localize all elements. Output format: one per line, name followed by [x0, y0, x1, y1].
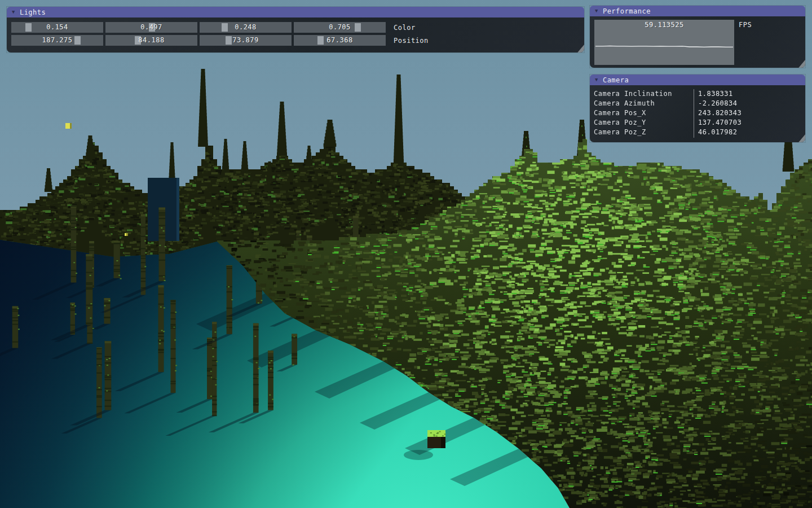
slider-light-position-2[interactable]: 73.879	[200, 35, 292, 46]
collapse-arrow-icon[interactable]: ▼	[595, 6, 598, 16]
slider-light-color-3[interactable]: 0.705	[294, 22, 386, 33]
camera-row-value: 243.820343	[698, 108, 742, 118]
slider-light-position-0[interactable]: 187.275	[11, 35, 103, 46]
camera-row-value: 46.017982	[698, 128, 738, 137]
collapse-arrow-icon[interactable]: ▼	[12, 7, 15, 17]
panel-title: Performance	[603, 7, 651, 15]
panel-title: Camera	[603, 76, 629, 84]
slider-light-color-0[interactable]: 0.154	[11, 22, 103, 33]
lights-panel: ▼ Lights 0.154 0.497 0.248 0.705 Color	[7, 7, 584, 52]
light-position-row: 187.275 84.188 73.879 67.368 Position	[11, 35, 580, 46]
color-row-label: Color	[394, 24, 416, 32]
column-divider	[694, 89, 694, 138]
slider-value: 0.705	[294, 22, 386, 33]
fps-plot: 59.113525	[594, 20, 734, 65]
panel-title: Lights	[20, 8, 46, 16]
camera-row-value: 137.470703	[698, 118, 742, 128]
camera-panel: ▼ Camera Camera Inclination 1.838331 Cam…	[590, 75, 805, 142]
camera-row-value: -2.260834	[698, 99, 738, 108]
camera-row-label: Camera Poz_Z	[594, 128, 646, 137]
slider-value: 67.368	[294, 35, 386, 46]
slider-value: 187.275	[11, 35, 103, 46]
position-row-label: Position	[394, 37, 429, 45]
slider-light-position-3[interactable]: 67.368	[294, 35, 386, 46]
camera-row-label: Camera Poz_Y	[594, 118, 646, 128]
slider-light-color-2[interactable]: 0.248	[200, 22, 292, 33]
camera-row-pos-y: Camera Poz_Y 137.470703	[590, 118, 805, 128]
camera-row-label: Camera Azimuth	[594, 99, 655, 108]
collapse-arrow-icon[interactable]: ▼	[595, 75, 598, 85]
performance-panel-titlebar[interactable]: ▼ Performance	[590, 6, 805, 16]
camera-row-azimuth: Camera Azimuth -2.260834	[590, 99, 805, 108]
light-color-row: 0.154 0.497 0.248 0.705 Color	[11, 22, 580, 33]
camera-row-value: 1.838331	[698, 89, 733, 99]
slider-light-position-1[interactable]: 84.188	[105, 35, 197, 46]
lights-panel-titlebar[interactable]: ▼ Lights	[7, 7, 584, 17]
performance-panel: ▼ Performance 59.113525 FPS	[590, 6, 805, 68]
resize-grip[interactable]	[797, 60, 805, 68]
slider-value: 0.248	[200, 22, 292, 33]
slider-value: 0.154	[11, 22, 103, 33]
camera-row-inclination: Camera Inclination 1.838331	[590, 89, 805, 99]
resize-grip[interactable]	[576, 45, 584, 52]
camera-row-pos-x: Camera Pos_X 243.820343	[590, 108, 805, 118]
slider-value: 73.879	[200, 35, 292, 46]
camera-row-pos-z: Camera Poz_Z 46.017982	[590, 128, 805, 137]
camera-row-label: Camera Pos_X	[594, 108, 646, 118]
fps-label: FPS	[739, 21, 752, 29]
fps-value: 59.113525	[594, 21, 734, 29]
camera-panel-titlebar[interactable]: ▼ Camera	[590, 75, 805, 85]
slider-value: 84.188	[105, 35, 197, 46]
slider-light-color-1[interactable]: 0.497	[105, 22, 197, 33]
slider-value: 0.497	[105, 22, 197, 33]
camera-row-label: Camera Inclination	[594, 89, 672, 99]
